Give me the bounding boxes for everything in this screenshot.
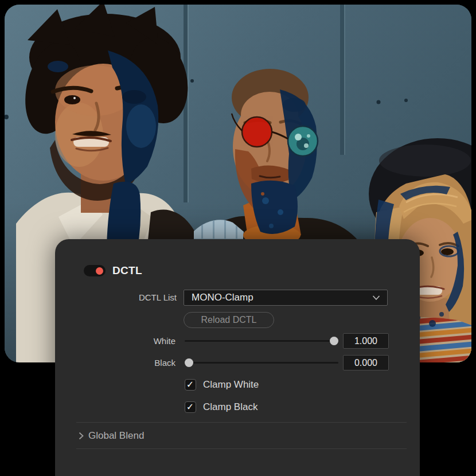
white-value-field[interactable]: 1.000: [343, 333, 389, 349]
panel-title: DCTL: [112, 264, 142, 277]
clamp-white-checkbox[interactable]: ✓: [185, 379, 196, 391]
global-blend-label: Global Blend: [88, 429, 144, 443]
dctl-list-label: DCTL List: [78, 290, 177, 306]
dropdown-selected-value: MONO-Clamp: [192, 290, 253, 305]
screenshot-root: { "window": { "background_color": "#0000…: [0, 0, 476, 476]
reload-dctl-button[interactable]: Reload DCTL: [184, 312, 274, 328]
white-slider-label: White: [78, 333, 175, 349]
black-slider-handle[interactable]: [185, 358, 193, 367]
clamp-white-label[interactable]: Clamp White: [203, 379, 259, 391]
chevron-down-icon: [372, 295, 380, 301]
dctl-list-dropdown[interactable]: MONO-Clamp: [184, 290, 388, 306]
black-slider[interactable]: [185, 362, 338, 364]
dctl-panel: DCTL DCTL List MONO-Clamp Reload DCTL Wh…: [55, 239, 420, 476]
divider: [76, 448, 407, 449]
chevron-right-icon: [78, 432, 84, 440]
clamp-black-label[interactable]: Clamp Black: [203, 401, 257, 413]
toggle-knob: [96, 267, 103, 275]
dctl-enable-toggle[interactable]: [84, 265, 106, 276]
clamp-black-checkbox[interactable]: ✓: [185, 401, 196, 413]
white-slider[interactable]: [185, 340, 338, 342]
black-value-field[interactable]: 0.000: [343, 355, 389, 370]
black-slider-label: Black: [78, 355, 175, 370]
divider: [76, 422, 407, 423]
check-icon: ✓: [185, 401, 195, 412]
white-slider-handle[interactable]: [330, 337, 338, 345]
check-icon: ✓: [185, 379, 195, 390]
